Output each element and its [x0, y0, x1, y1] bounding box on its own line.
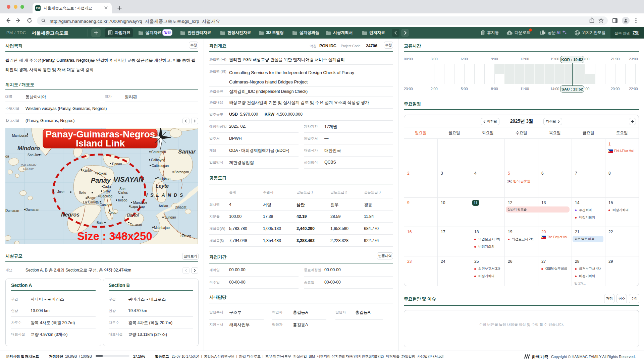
svg-text:Size : 348x250: Size : 348x250 [77, 230, 152, 242]
svg-text:Negros: Negros [61, 212, 79, 218]
svg-text:La Carlota: La Carlota [83, 200, 99, 204]
svg-text:San: San [119, 187, 125, 191]
svg-text:Mindoro: Mindoro [17, 145, 40, 152]
svg-text:Cadiz: Cadiz [103, 185, 111, 188]
svg-text:Bais: Bais [97, 221, 103, 225]
svg-text:Dumaran: Dumaran [5, 209, 19, 213]
svg-text:Panay: Panay [91, 177, 111, 184]
svg-text:Cebu: Cebu [108, 211, 116, 215]
svg-text:Calbayog: Calbayog [151, 158, 165, 162]
svg-text:Mambajao: Mambajao [154, 226, 170, 230]
svg-text:Samar: Samar [178, 148, 196, 155]
svg-text:CALAMIAN: CALAMIAN [21, 164, 37, 167]
svg-text:ga: ga [5, 155, 9, 158]
svg-text:Mamburao: Mamburao [12, 134, 28, 137]
svg-text:Dumaran: Dumaran [25, 208, 39, 212]
svg-text:Catarman: Catarman [151, 150, 166, 154]
svg-text:S.. Jose: S.. Jose [52, 190, 65, 194]
svg-text:Borongan: Borongan [174, 170, 189, 174]
svg-text:Bacolod: Bacolod [100, 194, 112, 198]
svg-text:Danao: Danao [112, 162, 122, 166]
svg-text:Roxas: Roxas [97, 172, 107, 175]
svg-text:Ta..aran: Ta..aran [130, 223, 142, 227]
svg-text:Leyte: Leyte [156, 183, 169, 189]
svg-text:Tacloban: Tacloban [157, 177, 170, 181]
svg-text:Bohol: Bohol [127, 213, 139, 218]
svg-text:Catbalogan: Catbalogan [152, 164, 169, 168]
svg-text:Surigao: Surigao [164, 216, 176, 219]
svg-text:San Jose: San Jose [28, 153, 42, 157]
svg-text:VISAYAN: VISAYAN [113, 175, 144, 183]
svg-text:Mandaue: Mandaue [133, 201, 147, 204]
svg-text:Anilao: Anilao [159, 204, 168, 208]
svg-text:Canlaon: Canlaon [100, 203, 112, 207]
svg-text:Lapu-Lap: Lapu-Lap [130, 205, 145, 208]
svg-text:GROUP: GROUP [23, 167, 34, 171]
svg-text:Butuan: Butuan [180, 234, 191, 238]
svg-text:Kalibo: Kalibo [83, 169, 92, 172]
svg-text:ISLANDS: ISLANDS [146, 192, 185, 198]
svg-text:Bago: Bago [87, 196, 95, 200]
svg-text:Dinagat: Dinagat [175, 205, 186, 209]
svg-text:Iloilo: Iloilo [79, 191, 86, 194]
svg-text:Silay: Silay [103, 189, 111, 193]
svg-text:Toledo: Toledo [117, 198, 127, 202]
svg-text:Carlos: Carlos [118, 191, 128, 194]
svg-text:Island Link: Island Link [76, 138, 125, 148]
